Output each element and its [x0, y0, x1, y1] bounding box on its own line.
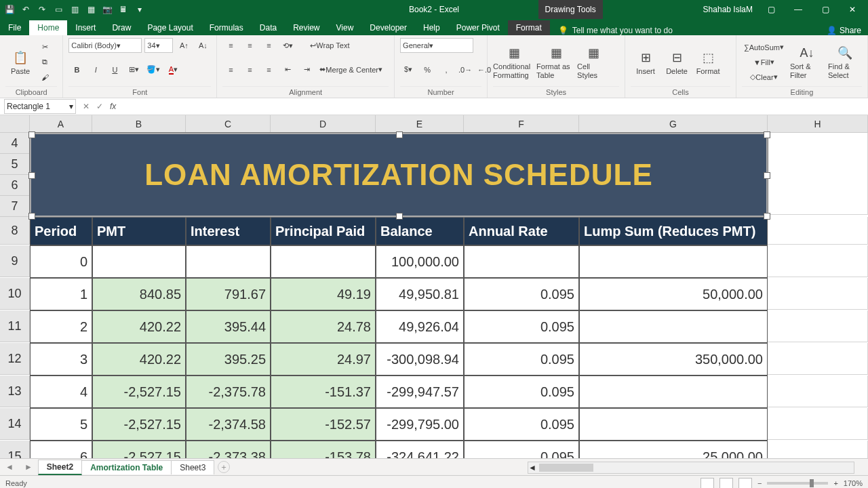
row-header[interactable]: 13 [0, 375, 30, 407]
table-cell[interactable]: 100,000.00 [376, 245, 464, 278]
tab-insert[interactable]: Insert [67, 20, 104, 35]
table-cell[interactable] [92, 245, 186, 278]
zoom-out-icon[interactable]: − [757, 479, 762, 487]
normal-view-icon[interactable] [701, 478, 714, 488]
table-header[interactable]: Interest [186, 217, 271, 245]
table-cell[interactable]: 420.22 [92, 310, 186, 343]
currency-icon[interactable]: $▾ [400, 63, 416, 77]
fill-button[interactable]: ▼ Fill ▾ [742, 56, 786, 69]
table-cell[interactable]: 50,000.00 [579, 278, 768, 310]
formula-input[interactable] [123, 100, 868, 113]
chevron-down-icon[interactable]: ▾ [69, 102, 73, 111]
row-header[interactable]: 15 [0, 441, 30, 458]
cancel-icon[interactable]: ✕ [83, 102, 90, 111]
decrease-indent-icon[interactable]: ⇤ [279, 63, 296, 77]
tab-view[interactable]: View [328, 20, 362, 35]
cut-icon[interactable]: ✂ [37, 41, 53, 54]
tab-review[interactable]: Review [285, 20, 328, 35]
row-header[interactable]: 11 [0, 310, 30, 342]
ribbon-options-icon[interactable]: ▢ [762, 5, 780, 14]
column-header[interactable]: G [579, 115, 768, 133]
table-header[interactable]: PMT [92, 217, 186, 245]
save-icon[interactable]: 💾 [4, 4, 15, 15]
table-header[interactable]: Period [30, 217, 92, 245]
column-header[interactable]: H [768, 115, 868, 133]
qat-icon[interactable]: ▭ [53, 4, 64, 15]
table-cell[interactable]: 49,926.04 [376, 310, 464, 343]
autosum-button[interactable]: ∑ AutoSum ▾ [742, 41, 786, 54]
table-cell[interactable]: 0 [30, 245, 92, 278]
table-cell[interactable]: 0.095 [464, 310, 579, 343]
page-break-view-icon[interactable] [738, 478, 752, 488]
sheet-nav-next-icon[interactable]: ► [19, 462, 38, 472]
comma-icon[interactable]: , [438, 63, 454, 77]
table-cell[interactable] [579, 375, 768, 408]
table-cell[interactable]: 350,000.00 [579, 343, 768, 375]
table-cell[interactable]: 791.67 [186, 278, 271, 310]
close-icon[interactable]: ✕ [844, 5, 861, 14]
table-cell[interactable] [271, 245, 376, 278]
table-header[interactable]: Balance [376, 217, 464, 245]
undo-icon[interactable]: ↶ [20, 4, 31, 15]
font-name-combo[interactable]: Calibri (Body) ▾ [68, 38, 142, 53]
share-button[interactable]: 👤Share [827, 26, 861, 35]
column-header[interactable]: E [376, 115, 464, 133]
delete-cells-button[interactable]: ⊟Delete [662, 38, 692, 86]
scrollbar-thumb[interactable] [539, 464, 593, 472]
table-cell[interactable]: -2,527.15 [92, 441, 186, 458]
maximize-icon[interactable]: ▢ [816, 5, 834, 14]
insert-cells-button[interactable]: ⊞Insert [631, 38, 660, 86]
row-header[interactable]: 6 [0, 175, 30, 196]
conditional-formatting-button[interactable]: ▦Conditional Formatting [493, 38, 535, 86]
table-cell[interactable] [186, 245, 271, 278]
column-header[interactable]: B [92, 115, 186, 133]
table-cell[interactable]: 6 [30, 441, 92, 458]
qat-icon[interactable]: ▦ [85, 4, 96, 15]
name-box[interactable]: Rectangle 1▾ [4, 99, 76, 114]
table-cell[interactable]: -299,947.57 [376, 375, 464, 408]
increase-font-icon[interactable]: A↑ [176, 39, 192, 52]
sheet-tab[interactable]: Sheet2 [38, 460, 82, 475]
increase-decimal-icon[interactable]: .0→ [457, 63, 473, 77]
table-cell[interactable]: 0.095 [464, 375, 579, 408]
tab-format[interactable]: Format [508, 20, 550, 35]
align-bottom-icon[interactable]: ≡ [260, 39, 277, 52]
table-cell[interactable]: -324,641.22 [376, 441, 464, 458]
table-cell[interactable]: 1 [30, 278, 92, 310]
font-size-combo[interactable]: 34 ▾ [144, 38, 173, 53]
tab-help[interactable]: Help [415, 20, 448, 35]
table-cell[interactable]: 49.19 [271, 278, 376, 310]
table-cell[interactable]: 420.22 [92, 343, 186, 375]
table-cell[interactable]: 395.25 [186, 343, 271, 375]
page-layout-view-icon[interactable] [719, 478, 733, 488]
worksheet[interactable]: ABCDEFGH4LOAN AMORTIZATION SCHEDULE5678P… [0, 115, 868, 458]
enter-icon[interactable]: ✓ [96, 102, 103, 111]
horizontal-scrollbar[interactable]: ◄ [528, 462, 854, 474]
zoom-level[interactable]: 170% [844, 479, 863, 487]
decrease-font-icon[interactable]: A↓ [195, 39, 211, 52]
sheet-tab[interactable]: Sheet3 [171, 460, 214, 474]
row-header[interactable]: 8 [0, 217, 30, 245]
table-cell[interactable] [579, 310, 768, 343]
table-cell[interactable]: 2 [30, 310, 92, 343]
table-cell[interactable]: -2,375.78 [186, 375, 271, 408]
wrap-text-button[interactable]: ↩ Wrap Text [308, 39, 351, 52]
zoom-slider[interactable] [767, 482, 828, 485]
format-cells-button[interactable]: ⬚Format [693, 38, 723, 86]
table-cell[interactable]: -152.57 [271, 408, 376, 441]
table-cell[interactable]: 4 [30, 375, 92, 408]
title-banner[interactable]: LOAN AMORTIZATION SCHEDULE [30, 133, 768, 217]
row-header[interactable]: 4 [0, 133, 30, 154]
sheet-tab[interactable]: Amortization Table [81, 460, 172, 474]
align-center-icon[interactable]: ≡ [241, 63, 258, 77]
table-cell[interactable]: -2,374.58 [186, 408, 271, 441]
tab-formulas[interactable]: Formulas [201, 20, 252, 35]
column-header[interactable]: A [30, 115, 92, 133]
format-painter-icon[interactable]: 🖌 [37, 70, 53, 84]
row-header[interactable]: 14 [0, 408, 30, 440]
copy-icon[interactable]: ⧉ [37, 56, 53, 69]
sort-filter-button[interactable]: A↓Sort & Filter [790, 45, 824, 79]
tab-file[interactable]: File [0, 20, 29, 35]
number-format-combo[interactable]: General ▾ [400, 38, 473, 53]
table-cell[interactable]: -2,527.15 [92, 375, 186, 408]
